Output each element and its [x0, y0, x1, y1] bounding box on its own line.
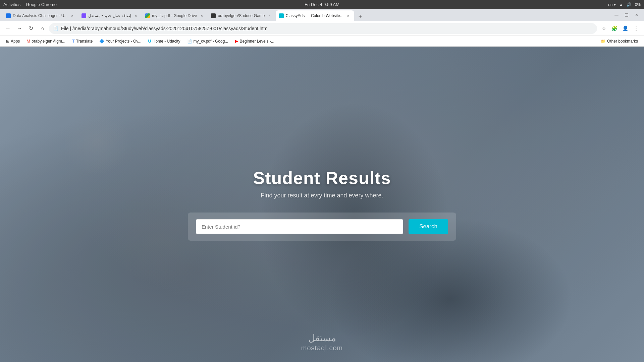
minimize-button[interactable]: ─: [612, 10, 621, 20]
tab-drive[interactable]: my_cv.pdf - Google Drive ×: [142, 10, 208, 21]
new-tab-button[interactable]: +: [356, 12, 365, 21]
profile-button[interactable]: 👤: [621, 24, 630, 33]
tab5-close-button[interactable]: ×: [345, 13, 351, 18]
refresh-button[interactable]: ↻: [26, 24, 36, 33]
bookmark-apps-label: Apps: [11, 39, 20, 44]
file-icon: 📄: [53, 26, 58, 31]
tab3-close-button[interactable]: ×: [199, 13, 204, 18]
tab5-title: ClassyAds — Colorlib Website...: [286, 13, 344, 18]
other-bookmarks-button[interactable]: 📁 Other bookmarks: [598, 38, 641, 45]
bookmark-cv[interactable]: 📄 my_cv.pdf - Goog...: [184, 38, 231, 45]
bookmark-gmail[interactable]: M oraby.eigen@gm...: [24, 37, 68, 45]
tab4-close-button[interactable]: ×: [267, 13, 272, 18]
back-button[interactable]: ←: [3, 24, 13, 33]
sound-icon: 🔊: [627, 2, 632, 7]
battery-icon: 0%: [635, 2, 641, 7]
settings-button[interactable]: ⋮: [631, 24, 641, 33]
bookmark-beginner-label: Beginner Levels -...: [239, 39, 274, 44]
hero-content: Student Results Find your result at evry…: [253, 168, 391, 199]
address-bar: File | /media/orabymahmoud/Study/web/cla…: [61, 26, 593, 31]
tab-data-analysis[interactable]: Data Analysis Challenger - U... ×: [3, 10, 78, 21]
navigation-bar: ← → ↻ ⌂ 📄 File | /media/orabymahmoud/Stu…: [0, 21, 644, 36]
browser-label[interactable]: Google Chrome: [26, 2, 57, 7]
folder-icon: 📁: [601, 39, 606, 44]
bookmark-star-button[interactable]: ☆: [599, 24, 608, 33]
projects-icon: 🔷: [99, 39, 104, 44]
bookmark-gmail-label: oraby.eigen@gm...: [32, 39, 65, 44]
watermark-latin: mostaql.com: [301, 344, 343, 352]
home-button[interactable]: ⌂: [38, 24, 47, 33]
bookmark-projects-label: Your Projects - Ov...: [106, 39, 141, 44]
tab4-favicon: [211, 13, 216, 18]
tab2-close-button[interactable]: ×: [133, 13, 139, 18]
maximize-button[interactable]: □: [622, 10, 631, 20]
bookmark-udacity-label: Home - Udacity: [153, 39, 180, 44]
tab3-title: my_cv.pdf - Google Drive: [152, 13, 197, 18]
gmail-icon: M: [26, 39, 30, 44]
udacity-icon: U: [148, 39, 151, 44]
chrome-window: Data Analysis Challenger - U... × إضافة …: [0, 9, 644, 362]
other-bookmarks-label: Other bookmarks: [607, 39, 638, 44]
watermark: مستقل mostaql.com: [301, 333, 343, 352]
page-subtitle: Find your result at evry time and every …: [261, 192, 383, 199]
bookmarks-bar: ⊞ Apps M oraby.eigen@gm... T Translate 🔷…: [0, 36, 644, 47]
tab3-favicon: [145, 13, 150, 18]
close-window-button[interactable]: ×: [632, 10, 641, 20]
search-container: Search: [188, 213, 456, 241]
main-content: Student Results Find your result at evry…: [0, 47, 644, 362]
datetime: Fri Dec 4 9:59 AM: [305, 2, 339, 7]
language-indicator: en ▾: [608, 2, 616, 7]
tab-mostaql[interactable]: إضافة عمل جديد • مستقل ×: [78, 10, 142, 21]
forward-button[interactable]: →: [15, 24, 24, 33]
tab1-title: Data Analysis Challenger - U...: [13, 13, 67, 18]
tab-sudoco[interactable]: orabyelgen/Sudoco-Game ×: [208, 10, 275, 21]
tab2-favicon: [82, 13, 86, 18]
extension-button[interactable]: 🧩: [610, 24, 619, 33]
bookmark-translate[interactable]: T Translate: [69, 37, 96, 45]
translate-icon: T: [72, 39, 75, 44]
bookmark-apps[interactable]: ⊞ Apps: [3, 38, 22, 45]
page-title: Student Results: [253, 168, 391, 188]
tab1-favicon: [6, 13, 11, 18]
os-top-bar: Activities Google Chrome Fri Dec 4 9:59 …: [0, 0, 644, 9]
youtube-icon: ▶: [235, 39, 238, 44]
bookmark-udacity[interactable]: U Home - Udacity: [145, 37, 183, 45]
tab4-title: orabyelgen/Sudoco-Game: [218, 13, 265, 18]
address-bar-container[interactable]: 📄 File | /media/orabymahmoud/Study/web/c…: [49, 23, 597, 34]
bookmark-beginner[interactable]: ▶ Beginner Levels -...: [232, 37, 277, 45]
apps-icon: ⊞: [6, 39, 9, 44]
bookmark-translate-label: Translate: [76, 39, 93, 44]
activities-label[interactable]: Activities: [3, 2, 20, 7]
student-id-input[interactable]: [196, 219, 403, 234]
bookmark-cv-label: my_cv.pdf - Goog...: [194, 39, 228, 44]
bookmark-projects[interactable]: 🔷 Your Projects - Ov...: [97, 38, 144, 45]
hero-section: Student Results Find your result at evry…: [0, 47, 644, 362]
tab-classyads[interactable]: ClassyAds — Colorlib Website... ×: [276, 10, 355, 21]
tab2-title: إضافة عمل جديد • مستقل: [88, 13, 131, 18]
watermark-arabic: مستقل: [301, 333, 343, 344]
tab-bar: Data Analysis Challenger - U... × إضافة …: [0, 9, 644, 21]
network-icon: ▲: [619, 2, 623, 7]
search-button[interactable]: Search: [409, 219, 448, 234]
hero-person-overlay: [0, 47, 644, 362]
pdf-icon: 📄: [187, 39, 192, 44]
tab5-favicon: [279, 13, 284, 18]
tab1-close-button[interactable]: ×: [69, 13, 75, 18]
